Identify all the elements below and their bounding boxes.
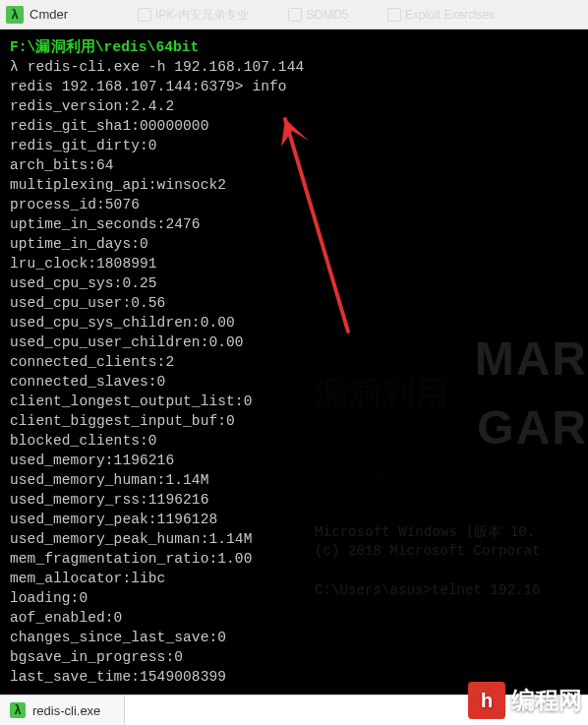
redis-info-output: redis_version:2.4.2redis_git_sha1:000000… bbox=[10, 96, 578, 687]
output-line: used_cpu_user_children:0.00 bbox=[10, 332, 578, 352]
output-line: redis_git_dirty:0 bbox=[10, 136, 578, 155]
output-line: mem_fragmentation_ratio:1.00 bbox=[10, 549, 578, 569]
output-line: arch_bits:64 bbox=[10, 155, 578, 175]
output-line: redis_version:2.4.2 bbox=[10, 96, 578, 116]
output-line: client_longest_output_list:0 bbox=[10, 392, 578, 411]
output-line: process_id:5076 bbox=[10, 195, 578, 214]
ghost-background-menu: IPK-内安兄弟专业 SOMD5 Exploit Exercises bbox=[98, 0, 588, 30]
terminal-output[interactable]: MAR 漏洞利用 GAR 本机通过telnet 命令手动方式连接目标 Micro… bbox=[0, 30, 588, 695]
window-title-bar: λ Cmder IPK-内安兄弟专业 SOMD5 Exploit Exercis… bbox=[0, 0, 588, 30]
output-line: changes_since_last_save:0 bbox=[10, 628, 578, 647]
output-line: mem_allocator:libc bbox=[10, 569, 578, 588]
output-line: used_memory_rss:1196216 bbox=[10, 490, 578, 510]
prompt-command-line: λ redis-cli.exe -h 192.168.107.144 bbox=[10, 57, 578, 77]
output-line: connected_slaves:0 bbox=[10, 372, 578, 392]
output-line: last_save_time:1549008399 bbox=[10, 667, 578, 687]
output-line: used_memory_human:1.14M bbox=[10, 470, 578, 490]
output-line: used_cpu_user:0.56 bbox=[10, 293, 578, 313]
prompt-path: F:\漏洞利用\redis\64bit bbox=[10, 37, 578, 57]
redis-prompt-line: redis 192.168.107.144:6379> info bbox=[10, 77, 578, 96]
output-line: aof_enabled:0 bbox=[10, 608, 578, 628]
output-line: connected_clients:2 bbox=[10, 352, 578, 372]
tab-label: redis-cli.exe bbox=[32, 703, 100, 718]
output-line: blocked_clients:0 bbox=[10, 431, 578, 451]
output-line: used_cpu_sys_children:0.00 bbox=[10, 313, 578, 332]
tab-bar: λ redis-cli.exe bbox=[0, 695, 588, 725]
output-line: used_memory_peak:1196128 bbox=[10, 510, 578, 529]
tab-redis-cli[interactable]: λ redis-cli.exe bbox=[0, 695, 125, 725]
output-line: bgsave_in_progress:0 bbox=[10, 647, 578, 667]
window-title: Cmder bbox=[29, 7, 68, 22]
output-line: redis_git_sha1:00000000 bbox=[10, 116, 578, 136]
output-line: uptime_in_days:0 bbox=[10, 234, 578, 254]
output-line: loading:0 bbox=[10, 588, 578, 608]
output-line: used_memory_peak_human:1.14M bbox=[10, 529, 578, 549]
app-icon: λ bbox=[6, 6, 24, 24]
output-line: used_cpu_sys:0.25 bbox=[10, 273, 578, 293]
output-line: used_memory:1196216 bbox=[10, 451, 578, 470]
output-line: multiplexing_api:winsock2 bbox=[10, 175, 578, 195]
tab-icon: λ bbox=[10, 702, 26, 718]
output-line: uptime_in_seconds:2476 bbox=[10, 214, 578, 234]
output-line: lru_clock:1808991 bbox=[10, 254, 578, 273]
output-line: client_biggest_input_buf:0 bbox=[10, 411, 578, 431]
